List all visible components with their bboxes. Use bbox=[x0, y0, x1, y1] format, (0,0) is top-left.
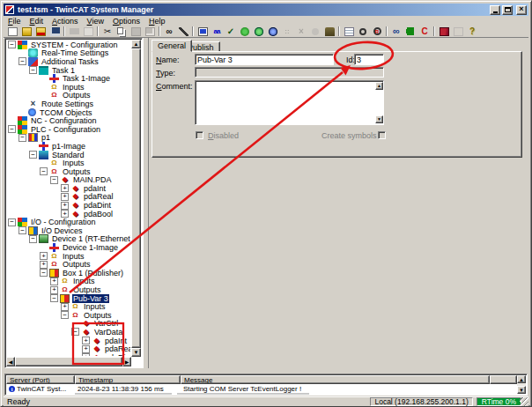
vertical-splitter[interactable] bbox=[143, 38, 149, 368]
collapse-icon[interactable]: − bbox=[8, 218, 16, 226]
column-message[interactable]: Message bbox=[181, 375, 490, 384]
copy-button[interactable] bbox=[115, 26, 129, 37]
tree-item-inputs[interactable]: +Inputs bbox=[7, 302, 130, 311]
tree-item-outputs[interactable]: +Outputs bbox=[7, 285, 130, 294]
pen-button[interactable] bbox=[176, 26, 190, 37]
check-all-button[interactable] bbox=[252, 26, 266, 37]
target-system-button[interactable] bbox=[196, 26, 210, 37]
id-input[interactable]: 3 bbox=[354, 54, 384, 65]
show-online-button[interactable] bbox=[389, 26, 403, 37]
tree-vertical-scrollbar[interactable]: ▲ ▼ bbox=[131, 40, 141, 357]
expand-icon[interactable]: + bbox=[40, 261, 48, 269]
tree-item-outputs[interactable]: Outputs bbox=[7, 92, 130, 100]
tree-horizontal-scrollbar[interactable]: ◀ ▶ bbox=[6, 357, 131, 366]
expand-icon[interactable]: + bbox=[61, 303, 69, 311]
tree-item-p1[interactable]: −p1 bbox=[7, 134, 130, 143]
expand-icon[interactable]: + bbox=[82, 337, 90, 344]
event-logger-button[interactable] bbox=[437, 26, 451, 37]
tree-item-i-o-configuration[interactable]: −I/O - Configuration bbox=[7, 218, 130, 226]
tree-item-inputs[interactable]: +Inputs bbox=[7, 278, 130, 286]
tree-item-pdadint[interactable]: +pdaDint bbox=[7, 201, 130, 210]
tree-item-pub-var-3[interactable]: −Pub-Var 3 bbox=[7, 294, 130, 303]
comment-scroll-up-button[interactable]: ▲ bbox=[375, 82, 383, 90]
column-server-port[interactable]: Server (Port) bbox=[6, 375, 75, 384]
comment-textarea[interactable] bbox=[195, 80, 384, 125]
log-scroll-down-button[interactable]: ▼ bbox=[517, 386, 526, 394]
tree-item-pdareal[interactable]: +pdaReal bbox=[7, 344, 130, 353]
collapse-icon[interactable]: − bbox=[50, 294, 58, 302]
log-row-partial[interactable]: i bbox=[6, 393, 517, 395]
create-symbols-checkbox[interactable] bbox=[378, 131, 386, 139]
tree-item-device-1-image[interactable]: Device 1-Image bbox=[7, 243, 130, 252]
name-input[interactable]: Pub-Var 3 bbox=[195, 54, 334, 65]
expand-icon[interactable]: + bbox=[61, 210, 69, 218]
expand-icon[interactable]: + bbox=[40, 252, 48, 260]
new-button[interactable] bbox=[5, 26, 19, 37]
page-list-button[interactable] bbox=[342, 26, 356, 37]
open-button[interactable] bbox=[19, 26, 33, 37]
paste-button[interactable] bbox=[129, 26, 143, 37]
collapse-icon[interactable]: − bbox=[29, 151, 37, 159]
start-rtime-button[interactable] bbox=[403, 26, 417, 37]
tree-item-pdareal[interactable]: +pdaReal bbox=[7, 193, 130, 202]
tree-item-pdadint[interactable]: +pdaDint bbox=[7, 353, 130, 356]
minimize-button[interactable] bbox=[490, 5, 500, 15]
tree-item-i-o-devices[interactable]: −I/O Devices bbox=[7, 226, 130, 235]
tree-item-inputs[interactable]: Inputs bbox=[7, 159, 130, 167]
expand-icon[interactable]: + bbox=[50, 278, 58, 285]
collapse-icon[interactable]: − bbox=[61, 311, 69, 319]
pouch-button[interactable] bbox=[322, 26, 336, 37]
menu-options[interactable]: Options bbox=[108, 17, 144, 26]
scroll-right-button[interactable]: ▶ bbox=[122, 357, 131, 366]
collapse-icon[interactable]: − bbox=[18, 57, 26, 65]
tree-item-pdaint[interactable]: +pdaInt bbox=[7, 184, 130, 193]
collapse-icon[interactable]: − bbox=[40, 167, 48, 175]
tab-general[interactable]: General bbox=[151, 40, 192, 52]
tree-item-real-time-settings[interactable]: Real-Time Settings bbox=[7, 49, 130, 58]
stop-rtime-button[interactable] bbox=[417, 26, 432, 37]
tree-item-main-pda[interactable]: −MAIN.PDA bbox=[7, 176, 130, 185]
collapse-icon[interactable]: − bbox=[29, 235, 37, 243]
scroll-left-button[interactable]: ◀ bbox=[6, 357, 15, 366]
collapse-icon[interactable]: − bbox=[18, 226, 26, 234]
collapse-icon[interactable]: − bbox=[40, 269, 48, 277]
generate-mappings-button[interactable] bbox=[238, 26, 252, 37]
tree-item-nc-configuration[interactable]: NC - Configuration bbox=[7, 116, 130, 125]
tree-item-task-1[interactable]: −Task 1 bbox=[7, 66, 130, 75]
tree-item-plc-configuration[interactable]: −PLC - Configuration bbox=[7, 125, 130, 134]
log-row[interactable]: iTwinCAT Syst...2024-8-23 11:38:39 156 m… bbox=[6, 384, 517, 393]
check-config-button[interactable] bbox=[224, 26, 238, 37]
name-browser-button[interactable] bbox=[210, 26, 224, 37]
menu-view[interactable]: View bbox=[83, 17, 108, 26]
menu-actions[interactable]: Actions bbox=[48, 17, 83, 26]
tree-item-inputs[interactable]: +Inputs bbox=[7, 252, 130, 261]
tree-item-system-configuration[interactable]: −SYSTEM - Configuration bbox=[7, 41, 130, 49]
tree-item-outputs[interactable]: −Outputs bbox=[7, 311, 130, 320]
save-button[interactable] bbox=[48, 26, 62, 37]
tree-item-outputs[interactable]: −Outputs bbox=[7, 167, 130, 176]
vscroll-thumb[interactable] bbox=[131, 48, 141, 348]
column-timestamp[interactable]: Timestamp bbox=[75, 375, 181, 384]
tree-item-box-1-publisher[interactable]: −Box 1 (Publisher) bbox=[7, 269, 130, 278]
clear-links-button[interactable] bbox=[294, 26, 308, 37]
log-scrollbar[interactable]: ▲ ▼ bbox=[517, 375, 526, 394]
expand-icon[interactable]: + bbox=[61, 202, 69, 210]
tree-item-tcom-objects[interactable]: TCOM Objects bbox=[7, 108, 130, 117]
frame-button[interactable] bbox=[451, 26, 465, 37]
delete-gray-button[interactable] bbox=[308, 26, 322, 37]
tree-item-pdaint[interactable]: +pdaInt bbox=[7, 337, 130, 345]
tree-item-route-settings[interactable]: Route Settings bbox=[7, 100, 130, 108]
print-preview-button[interactable] bbox=[81, 26, 95, 37]
hscroll-thumb[interactable] bbox=[15, 357, 122, 366]
column-empty[interactable] bbox=[490, 375, 517, 384]
tree-item-varctrl[interactable]: VarCtrl bbox=[7, 320, 130, 329]
tree-item-vardata[interactable]: −VarData bbox=[7, 328, 130, 337]
zoom-button[interactable] bbox=[356, 26, 370, 37]
tree-item-standard[interactable]: −Standard bbox=[7, 151, 130, 159]
expand-icon[interactable]: + bbox=[61, 184, 69, 192]
comment-scroll-down-button[interactable]: ▼ bbox=[375, 115, 383, 123]
collapse-icon[interactable]: − bbox=[18, 134, 26, 142]
menu-help[interactable]: Help bbox=[144, 17, 170, 26]
scroll-down-button[interactable]: ▼ bbox=[131, 348, 141, 357]
menu-edit[interactable]: Edit bbox=[26, 17, 48, 26]
